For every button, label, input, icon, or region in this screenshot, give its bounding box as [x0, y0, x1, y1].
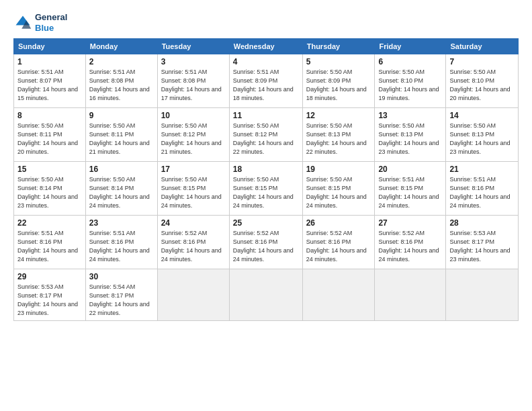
day-number: 2 [89, 57, 154, 66]
table-row [446, 269, 519, 321]
table-row: 21 Sunrise: 5:51 AMSunset: 8:16 PMDaylig… [446, 162, 519, 216]
day-number: 7 [449, 57, 515, 66]
day-info: Sunrise: 5:51 AMSunset: 8:08 PMDaylight:… [161, 68, 226, 103]
day-number: 13 [378, 111, 442, 120]
calendar-header-row: Sunday Monday Tuesday Wednesday Thursday… [14, 39, 519, 54]
table-row: 13 Sunrise: 5:50 AMSunset: 8:13 PMDaylig… [375, 108, 446, 162]
col-monday: Monday [85, 39, 157, 54]
calendar-week-row: 8 Sunrise: 5:50 AMSunset: 8:11 PMDayligh… [14, 108, 519, 162]
table-row: 23 Sunrise: 5:51 AMSunset: 8:16 PMDaylig… [85, 216, 157, 269]
day-number: 10 [161, 111, 226, 120]
table-row [302, 269, 375, 321]
col-friday: Friday [375, 39, 446, 54]
day-number: 29 [17, 272, 82, 281]
day-number: 14 [449, 111, 515, 120]
day-number: 27 [378, 218, 442, 228]
day-info: Sunrise: 5:50 AMSunset: 8:14 PMDaylight:… [17, 175, 82, 210]
day-info: Sunrise: 5:53 AMSunset: 8:17 PMDaylight:… [17, 283, 82, 318]
day-number: 18 [233, 165, 299, 174]
calendar-week-row: 15 Sunrise: 5:50 AMSunset: 8:14 PMDaylig… [14, 162, 519, 216]
day-number: 5 [306, 57, 371, 66]
calendar-week-row: 22 Sunrise: 5:51 AMSunset: 8:16 PMDaylig… [14, 216, 519, 269]
calendar-week-row: 29 Sunrise: 5:53 AMSunset: 8:17 PMDaylig… [14, 269, 519, 321]
table-row: 22 Sunrise: 5:51 AMSunset: 8:16 PMDaylig… [14, 216, 86, 269]
day-info: Sunrise: 5:50 AMSunset: 8:13 PMDaylight:… [306, 122, 371, 156]
day-info: Sunrise: 5:52 AMSunset: 8:16 PMDaylight:… [161, 229, 226, 264]
col-saturday: Saturday [446, 39, 519, 54]
day-info: Sunrise: 5:50 AMSunset: 8:15 PMDaylight:… [161, 175, 226, 210]
col-tuesday: Tuesday [157, 39, 229, 54]
table-row: 18 Sunrise: 5:50 AMSunset: 8:15 PMDaylig… [229, 162, 302, 216]
table-row [375, 269, 446, 321]
logo-text: General Blue [35, 12, 67, 33]
calendar-week-row: 1 Sunrise: 5:51 AMSunset: 8:07 PMDayligh… [14, 54, 519, 108]
calendar-table: Sunday Monday Tuesday Wednesday Thursday… [13, 38, 519, 321]
day-info: Sunrise: 5:52 AMSunset: 8:16 PMDaylight:… [233, 229, 299, 264]
table-row: 16 Sunrise: 5:50 AMSunset: 8:14 PMDaylig… [85, 162, 157, 216]
table-row: 28 Sunrise: 5:53 AMSunset: 8:17 PMDaylig… [446, 216, 519, 269]
day-number: 24 [161, 218, 226, 228]
day-info: Sunrise: 5:51 AMSunset: 8:16 PMDaylight:… [449, 175, 515, 210]
day-info: Sunrise: 5:50 AMSunset: 8:15 PMDaylight:… [233, 175, 299, 210]
day-info: Sunrise: 5:54 AMSunset: 8:17 PMDaylight:… [89, 283, 154, 318]
day-info: Sunrise: 5:51 AMSunset: 8:16 PMDaylight:… [89, 229, 154, 264]
logo: General Blue [13, 12, 67, 33]
day-number: 20 [378, 165, 442, 174]
day-number: 9 [89, 111, 154, 120]
day-info: Sunrise: 5:51 AMSunset: 8:09 PMDaylight:… [233, 68, 299, 103]
day-number: 23 [89, 218, 154, 228]
table-row: 29 Sunrise: 5:53 AMSunset: 8:17 PMDaylig… [14, 269, 86, 321]
day-info: Sunrise: 5:50 AMSunset: 8:10 PMDaylight:… [449, 68, 515, 103]
day-info: Sunrise: 5:52 AMSunset: 8:16 PMDaylight:… [378, 229, 442, 264]
table-row: 15 Sunrise: 5:50 AMSunset: 8:14 PMDaylig… [14, 162, 86, 216]
table-row: 7 Sunrise: 5:50 AMSunset: 8:10 PMDayligh… [446, 54, 519, 108]
day-number: 4 [233, 57, 299, 66]
col-sunday: Sunday [14, 39, 86, 54]
day-number: 3 [161, 57, 226, 66]
day-number: 6 [378, 57, 442, 66]
table-row: 6 Sunrise: 5:50 AMSunset: 8:10 PMDayligh… [375, 54, 446, 108]
day-info: Sunrise: 5:50 AMSunset: 8:12 PMDaylight:… [161, 122, 226, 156]
table-row: 12 Sunrise: 5:50 AMSunset: 8:13 PMDaylig… [302, 108, 375, 162]
day-info: Sunrise: 5:50 AMSunset: 8:13 PMDaylight:… [378, 122, 442, 156]
day-info: Sunrise: 5:50 AMSunset: 8:13 PMDaylight:… [449, 122, 515, 156]
table-row: 3 Sunrise: 5:51 AMSunset: 8:08 PMDayligh… [157, 54, 229, 108]
day-info: Sunrise: 5:50 AMSunset: 8:09 PMDaylight:… [306, 68, 371, 103]
day-number: 15 [17, 165, 82, 174]
day-number: 26 [306, 218, 371, 228]
table-row: 19 Sunrise: 5:50 AMSunset: 8:15 PMDaylig… [302, 162, 375, 216]
table-row: 17 Sunrise: 5:50 AMSunset: 8:15 PMDaylig… [157, 162, 229, 216]
day-info: Sunrise: 5:51 AMSunset: 8:16 PMDaylight:… [17, 229, 82, 264]
table-row: 11 Sunrise: 5:50 AMSunset: 8:12 PMDaylig… [229, 108, 302, 162]
day-number: 21 [449, 165, 515, 174]
day-info: Sunrise: 5:52 AMSunset: 8:16 PMDaylight:… [306, 229, 371, 264]
logo-icon [13, 13, 32, 32]
day-info: Sunrise: 5:51 AMSunset: 8:08 PMDaylight:… [89, 68, 154, 103]
col-wednesday: Wednesday [229, 39, 302, 54]
day-info: Sunrise: 5:50 AMSunset: 8:14 PMDaylight:… [89, 175, 154, 210]
day-number: 25 [233, 218, 299, 228]
table-row [229, 269, 302, 321]
table-row: 2 Sunrise: 5:51 AMSunset: 8:08 PMDayligh… [85, 54, 157, 108]
day-number: 17 [161, 165, 226, 174]
table-row: 5 Sunrise: 5:50 AMSunset: 8:09 PMDayligh… [302, 54, 375, 108]
day-info: Sunrise: 5:53 AMSunset: 8:17 PMDaylight:… [449, 229, 515, 264]
day-info: Sunrise: 5:50 AMSunset: 8:11 PMDaylight:… [89, 122, 154, 156]
day-number: 22 [17, 218, 82, 228]
day-number: 11 [233, 111, 299, 120]
day-number: 19 [306, 165, 371, 174]
table-row: 25 Sunrise: 5:52 AMSunset: 8:16 PMDaylig… [229, 216, 302, 269]
table-row: 14 Sunrise: 5:50 AMSunset: 8:13 PMDaylig… [446, 108, 519, 162]
table-row: 8 Sunrise: 5:50 AMSunset: 8:11 PMDayligh… [14, 108, 86, 162]
day-number: 1 [17, 57, 82, 66]
table-row: 20 Sunrise: 5:51 AMSunset: 8:15 PMDaylig… [375, 162, 446, 216]
day-info: Sunrise: 5:50 AMSunset: 8:15 PMDaylight:… [306, 175, 371, 210]
day-info: Sunrise: 5:51 AMSunset: 8:15 PMDaylight:… [378, 175, 442, 210]
table-row: 30 Sunrise: 5:54 AMSunset: 8:17 PMDaylig… [85, 269, 157, 321]
day-number: 8 [17, 111, 82, 120]
table-row: 4 Sunrise: 5:51 AMSunset: 8:09 PMDayligh… [229, 54, 302, 108]
table-row: 9 Sunrise: 5:50 AMSunset: 8:11 PMDayligh… [85, 108, 157, 162]
day-number: 12 [306, 111, 371, 120]
day-info: Sunrise: 5:50 AMSunset: 8:10 PMDaylight:… [378, 68, 442, 103]
day-info: Sunrise: 5:50 AMSunset: 8:11 PMDaylight:… [17, 122, 82, 156]
